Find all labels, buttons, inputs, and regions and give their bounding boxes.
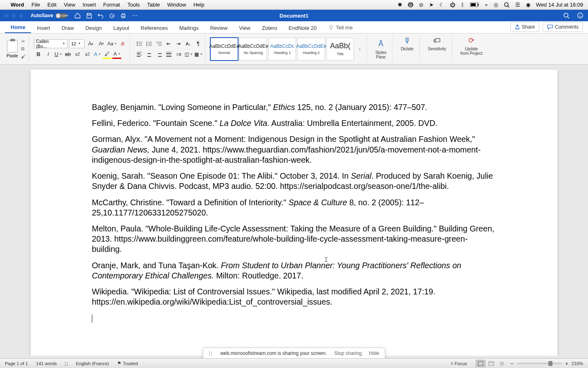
cancel-circle-icon[interactable]: ⊘ [419, 2, 423, 8]
menu-format[interactable]: Format [103, 2, 120, 8]
menu-tools[interactable]: Tools [127, 2, 140, 8]
siri-icon[interactable]: ◉ [526, 2, 530, 8]
style-heading-1[interactable]: AaBbCcDcHeading 1 [268, 38, 296, 61]
status-spell-icon[interactable]: ⎕ [65, 361, 68, 366]
menu-help[interactable]: Help [194, 2, 205, 8]
bluetooth-icon[interactable]: ᛒ [461, 2, 464, 8]
tab-view[interactable]: View [233, 22, 256, 33]
bibliography-entry[interactable]: Fellini, Federico. "Fountain Scene." La … [92, 118, 496, 128]
font-name-select[interactable]: Calibri (Bo...▼ [34, 39, 67, 48]
status-trusted[interactable]: ⚑Trusted [117, 361, 138, 366]
zoom-percent[interactable]: 218% [572, 361, 583, 366]
titlebar-smile-icon[interactable] [577, 12, 584, 19]
stop-sharing-button[interactable]: Stop sharing [334, 350, 361, 356]
moon-icon[interactable]: ☾ [439, 2, 444, 8]
view-print-layout-button[interactable] [476, 360, 486, 367]
bold-button[interactable]: B [34, 50, 43, 59]
share-button[interactable]: Share [510, 22, 539, 32]
menu-file[interactable]: File [31, 2, 40, 8]
bibliography-entry[interactable]: Melton, Paula. "Whole-Building Life-Cycl… [92, 224, 496, 255]
strike-button[interactable]: ab [63, 50, 72, 59]
change-case-button[interactable]: Aa▾ [107, 39, 116, 48]
grow-font-button[interactable]: A▴ [86, 39, 95, 48]
home-icon[interactable] [74, 12, 81, 19]
highlight-button[interactable]: 🖊 [102, 50, 111, 59]
document-page[interactable]: Bagley, Benjamin. "Loving Someone in Par… [31, 70, 557, 356]
menu-window[interactable]: Window [167, 2, 186, 8]
increase-indent-button[interactable]: ⇥ [174, 39, 183, 48]
bibliography-entry[interactable]: Koenig, Sarah. "Season One Episode 01: T… [92, 171, 496, 191]
arrow-icon[interactable]: ➤ [429, 2, 434, 8]
text-effects-button[interactable]: A▾ [93, 50, 102, 59]
toggles-icon[interactable]: ⌁ [485, 2, 488, 8]
borders-button[interactable]: ▦▾ [194, 50, 203, 59]
drag-handle-icon[interactable]: || [209, 350, 213, 356]
copy-icon[interactable]: ⧉ [20, 46, 26, 52]
tab-insert[interactable]: Insert [31, 22, 56, 33]
more-icon[interactable]: ⋯ [131, 12, 138, 19]
bibliography-entry[interactable]: Gorman, Alyx. "A Movement not a Moment: … [92, 134, 496, 165]
tab-zotero[interactable]: Zotero [256, 22, 283, 33]
autosave-toggle[interactable]: AutoSave OFF [31, 13, 67, 18]
tab-review[interactable]: Review [205, 22, 234, 33]
tab-design[interactable]: Design [80, 22, 107, 33]
tell-me-search[interactable]: Tell me [323, 22, 359, 33]
bibliography-entry[interactable]: Bagley, Benjamin. "Loving Someone in Par… [92, 102, 496, 112]
sort-button[interactable]: A↓ [184, 39, 193, 48]
style-normal[interactable]: AaBbCcDdEeNormal [210, 38, 238, 61]
bibliography-entry[interactable]: Oranje, Mark, and Tuna Taşan-Kok. From S… [92, 260, 496, 281]
menu-edit[interactable]: Edit [47, 2, 56, 8]
tab-draw[interactable]: Draw [56, 22, 80, 33]
view-outline-button[interactable] [497, 360, 507, 367]
print-icon[interactable] [120, 12, 127, 19]
update-project-button[interactable]: ⟳Update from Project [457, 35, 486, 63]
control-center-icon[interactable]: ☰ [515, 2, 520, 8]
traffic-lights[interactable] [4, 13, 23, 18]
font-color-button[interactable]: A▾ [112, 50, 121, 59]
line-spacing-button[interactable]: ↕≡ [174, 50, 183, 59]
numbering-button[interactable]: 123 [145, 39, 154, 48]
superscript-button[interactable]: x2 [83, 50, 92, 59]
align-left-button[interactable] [135, 50, 144, 59]
clock-icon[interactable]: ⏻ [450, 2, 455, 8]
redo-icon[interactable] [109, 12, 115, 19]
zoom-out-button[interactable]: − [510, 360, 513, 367]
style-no-spacing[interactable]: AaBbCcDdEeNo Spacing [239, 38, 267, 61]
focus-mode-button[interactable]: ◊Focus [451, 361, 467, 366]
zoom-slider[interactable] [517, 363, 562, 364]
search-icon[interactable] [504, 2, 510, 8]
menu-view[interactable]: View [64, 2, 75, 8]
menubar-clock[interactable]: Wed 14 Jul at 16:09 [536, 2, 583, 8]
m-icon[interactable]: ⓜ [408, 1, 413, 9]
format-painter-icon[interactable]: 🖌 [20, 54, 26, 59]
menu-insert[interactable]: Insert [82, 2, 96, 8]
bibliography-entry[interactable]: Wikipedia. "Wikipedia: List of Controver… [92, 287, 496, 307]
battery-icon[interactable] [470, 2, 479, 7]
hide-share-button[interactable]: Hide [369, 350, 379, 356]
tab-layout[interactable]: Layout [107, 22, 135, 33]
undo-icon[interactable] [97, 12, 104, 19]
align-center-button[interactable] [145, 50, 154, 59]
app-menu[interactable]: Word [11, 2, 24, 8]
tab-mailings[interactable]: Mailings [174, 22, 205, 33]
view-web-layout-button[interactable] [486, 360, 496, 367]
justify-button[interactable] [164, 50, 173, 59]
italic-button[interactable]: I [44, 50, 53, 59]
align-right-button[interactable] [154, 50, 163, 59]
status-language[interactable]: English (France) [76, 361, 109, 366]
status-page[interactable]: Page 1 of 1 [5, 361, 28, 366]
sensitivity-button[interactable]: 🏷Sensitivity [425, 35, 450, 63]
bullets-button[interactable] [135, 39, 144, 48]
underline-button[interactable]: U▾ [53, 50, 62, 59]
tab-home[interactable]: Home [5, 22, 31, 33]
show-paragraph-button[interactable]: ¶ [194, 39, 203, 48]
shading-button[interactable]: ◫▾ [184, 50, 193, 59]
zoom-in-button[interactable]: + [565, 360, 568, 367]
status-words[interactable]: 141 words [36, 361, 57, 366]
styles-pane-button[interactable]: ĀStyles Pane [372, 39, 390, 59]
comments-button[interactable]: Comments [543, 22, 583, 32]
ring-icon[interactable]: ◎ [494, 2, 498, 8]
subscript-button[interactable]: x2 [73, 50, 82, 59]
asterisk-icon[interactable]: ✱ [398, 2, 402, 8]
document-scroll-area[interactable]: Bagley, Benjamin. "Loving Someone in Par… [0, 65, 588, 356]
